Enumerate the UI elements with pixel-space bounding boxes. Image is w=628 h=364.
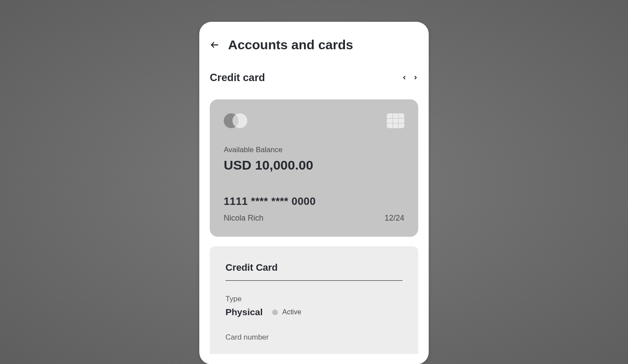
page-header: Accounts and cards <box>210 37 418 52</box>
prev-card-icon[interactable] <box>402 74 407 81</box>
details-title: Credit Card <box>225 262 403 281</box>
mastercard-logo-icon <box>224 113 247 128</box>
type-value: Physical <box>225 307 263 317</box>
card-number-label: Card number <box>225 333 403 342</box>
type-row: Physical Active <box>225 307 403 317</box>
app-container: Accounts and cards Credit card <box>199 22 429 364</box>
back-arrow-icon[interactable] <box>210 40 219 50</box>
card-number: 1111 **** **** 0000 <box>224 195 404 208</box>
status-text: Active <box>282 308 301 316</box>
section-header: Credit card <box>210 71 418 84</box>
balance-value: USD 10,000.00 <box>224 158 404 173</box>
card-nav-arrows <box>402 74 418 81</box>
next-card-icon[interactable] <box>413 74 418 81</box>
card-top-row <box>224 113 404 128</box>
page-title: Accounts and cards <box>228 37 353 52</box>
card-details-panel: Credit Card Type Physical Active Card nu… <box>210 246 418 354</box>
card-bottom-row: Nicola Rich 12/24 <box>224 214 404 223</box>
card-chip-icon <box>387 113 404 128</box>
balance-label: Available Balance <box>224 146 404 154</box>
card-holder-name: Nicola Rich <box>224 214 263 223</box>
type-label: Type <box>225 295 403 303</box>
credit-card-visual: Available Balance USD 10,000.00 1111 ***… <box>210 99 418 237</box>
status-dot-icon <box>272 310 278 315</box>
section-title: Credit card <box>210 71 265 84</box>
card-expiry: 12/24 <box>385 214 404 223</box>
status-indicator: Active <box>272 308 301 316</box>
